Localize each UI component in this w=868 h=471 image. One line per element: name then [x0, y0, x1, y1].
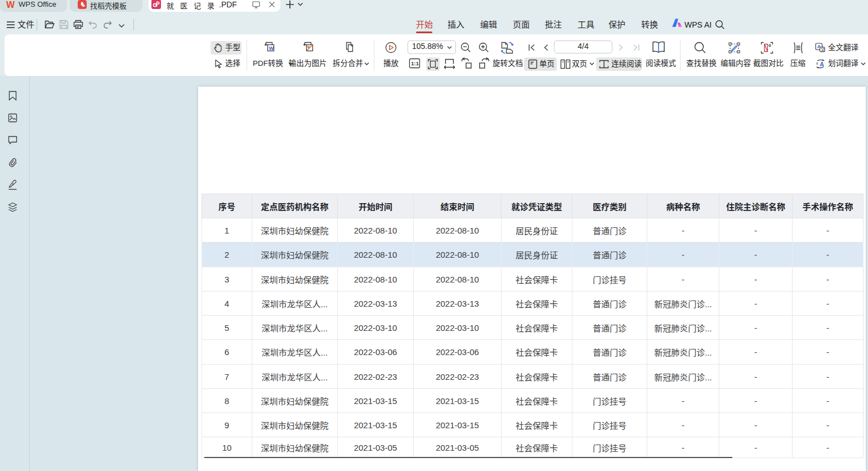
svg-text:W: W — [269, 46, 274, 51]
svg-text:W: W — [6, 0, 15, 10]
svg-text:x: x — [816, 61, 818, 66]
svg-text:A: A — [820, 61, 824, 68]
svg-text:1:1: 1:1 — [411, 60, 419, 66]
svg-text:文: 文 — [821, 46, 825, 52]
